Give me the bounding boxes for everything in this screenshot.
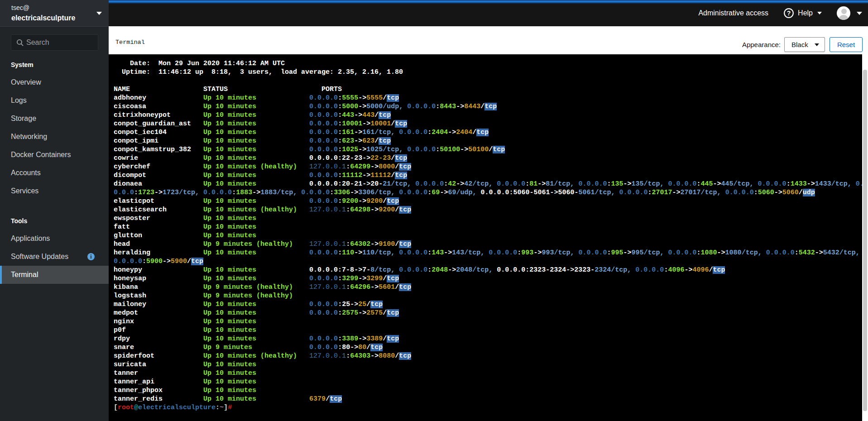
svg-text:?: ? — [787, 10, 791, 17]
